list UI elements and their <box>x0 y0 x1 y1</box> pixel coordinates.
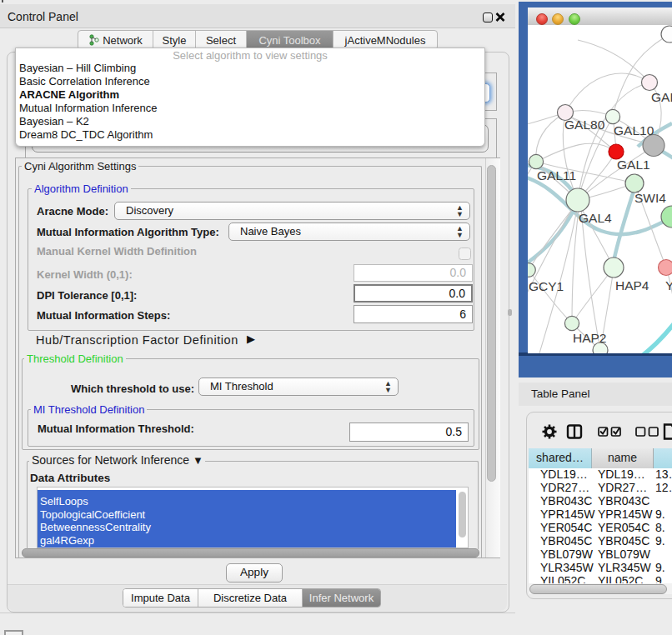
svg-text:GAL1: GAL1 <box>617 158 650 172</box>
svg-text:GCY1: GCY1 <box>529 279 564 293</box>
svg-text:HAP2: HAP2 <box>573 331 607 345</box>
svg-text:GAL4: GAL4 <box>579 211 612 225</box>
svg-text:GAL10: GAL10 <box>614 123 654 138</box>
svg-text:GAL: GAL <box>651 90 672 104</box>
svg-text:SWI4: SWI4 <box>634 191 666 205</box>
svg-text:GAL11: GAL11 <box>537 168 576 182</box>
svg-text:GAL80: GAL80 <box>564 118 605 132</box>
svg-text:HAP4: HAP4 <box>615 278 649 292</box>
svg-text:Y: Y <box>665 278 672 292</box>
